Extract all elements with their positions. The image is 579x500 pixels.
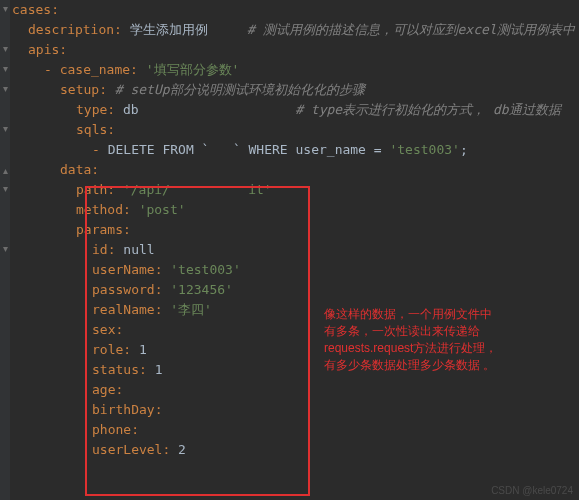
- yaml-value: '填写部分参数': [146, 62, 240, 77]
- yaml-key: userLevel: [92, 442, 162, 457]
- yaml-key: case_name: [60, 62, 130, 77]
- yaml-value: db: [123, 102, 139, 117]
- yaml-key: realName: [92, 302, 155, 317]
- yaml-key: sex: [92, 322, 115, 337]
- annotation-text: 像这样的数据，一个用例文件中有多条，一次性读出来传递给requests.requ…: [324, 306, 498, 374]
- yaml-value: '/api/ it': [123, 182, 272, 197]
- yaml-key: phone: [92, 422, 131, 437]
- yaml-key: params: [76, 222, 123, 237]
- yaml-key: password: [92, 282, 155, 297]
- fold-marker[interactable]: [3, 46, 9, 55]
- sql-value: 'test003': [389, 142, 459, 157]
- sql-text: ` `: [202, 142, 241, 157]
- yaml-value: '李四': [170, 302, 212, 317]
- gutter: [0, 0, 10, 500]
- yaml-value: 学生添加用例: [130, 22, 208, 37]
- fold-marker[interactable]: [3, 126, 9, 135]
- yaml-value: 'test003': [170, 262, 240, 277]
- yaml-key: apis: [28, 42, 59, 57]
- yaml-key: setup: [60, 82, 99, 97]
- fold-marker[interactable]: [3, 246, 9, 255]
- yaml-key: userName: [92, 262, 155, 277]
- yaml-key: description: [28, 22, 114, 37]
- comment: # type表示进行初始化的方式， db通过数据: [295, 102, 560, 117]
- fold-marker[interactable]: [3, 86, 9, 95]
- sql-text: WHERE user_name =: [241, 142, 390, 157]
- sql-text: DELETE FROM: [108, 142, 202, 157]
- yaml-key: data: [60, 162, 91, 177]
- comment: # setUp部分说明测试环境初始化化的步骤: [115, 82, 365, 97]
- yaml-value: null: [123, 242, 154, 257]
- yaml-key: id: [92, 242, 108, 257]
- yaml-value: 1: [139, 342, 147, 357]
- watermark: CSDN @kele0724: [491, 485, 573, 496]
- yaml-value: '123456': [170, 282, 233, 297]
- yaml-value: 'post': [139, 202, 186, 217]
- yaml-key: method: [76, 202, 123, 217]
- yaml-key: status: [92, 362, 139, 377]
- fold-marker[interactable]: [3, 186, 9, 195]
- sql-text: ;: [460, 142, 468, 157]
- comment: # 测试用例的描述信息，可以对应到excel测试用例表中: [247, 22, 575, 37]
- yaml-key: birthDay: [92, 402, 155, 417]
- yaml-key: path: [76, 182, 107, 197]
- code-editor[interactable]: cases: description: 学生添加用例 # 测试用例的描述信息，可…: [10, 0, 579, 460]
- yaml-key: sqls: [76, 122, 107, 137]
- fold-marker[interactable]: [3, 6, 9, 15]
- yaml-value: 2: [178, 442, 186, 457]
- yaml-key: age: [92, 382, 115, 397]
- yaml-value: 1: [155, 362, 163, 377]
- fold-marker[interactable]: [3, 66, 9, 75]
- fold-marker[interactable]: [3, 166, 9, 175]
- yaml-key: cases: [12, 2, 51, 17]
- yaml-key: role: [92, 342, 123, 357]
- yaml-key: type: [76, 102, 107, 117]
